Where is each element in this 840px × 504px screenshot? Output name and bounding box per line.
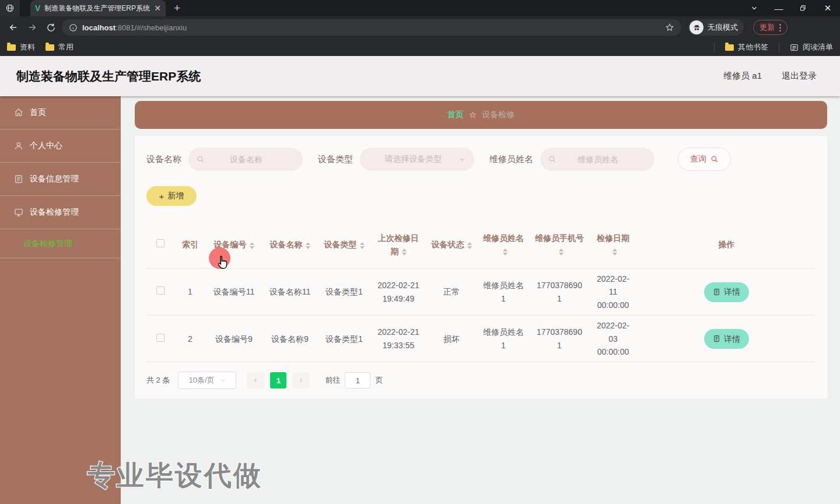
reading-list[interactable]: 阅读清单 xyxy=(790,42,833,52)
query-label: 查询 xyxy=(690,154,706,164)
reading-list-icon xyxy=(790,43,799,52)
prev-page-button[interactable] xyxy=(247,372,264,388)
cell-device-code: 设备编号9 xyxy=(206,329,262,349)
device-name-input[interactable] xyxy=(208,155,284,164)
sidebar-item-home[interactable]: 首页 xyxy=(0,96,121,130)
select-all-cell xyxy=(146,235,174,254)
sort-icon xyxy=(467,242,472,249)
current-user: 维修员 a1 xyxy=(723,71,762,82)
col-status[interactable]: 设备状态 xyxy=(426,235,477,254)
next-page-button[interactable] xyxy=(292,372,310,388)
chevron-down-icon xyxy=(219,377,226,384)
other-bookmarks[interactable]: 其他书签 xyxy=(725,42,768,52)
tabstrip-chevron-icon[interactable] xyxy=(742,0,766,16)
divider xyxy=(714,43,715,52)
cell-status: 正常 xyxy=(426,282,477,302)
hand-cursor-icon xyxy=(215,255,230,270)
window-close-button[interactable]: ✕ xyxy=(816,0,840,16)
goto-page-input[interactable] xyxy=(345,372,370,388)
device-type-select[interactable]: 请选择设备类型 xyxy=(360,148,474,171)
add-button[interactable]: + 新增 xyxy=(146,186,197,206)
cell-phone: 17703786901 xyxy=(530,275,589,309)
bookmark-folder-ziliao[interactable]: 资料 xyxy=(7,42,35,52)
cell-last-date: 2022-02-21 19:49:49 xyxy=(370,275,426,309)
search-icon xyxy=(710,155,719,163)
browser-menu-icon[interactable] xyxy=(779,24,781,32)
col-phone[interactable]: 维修员手机号 xyxy=(530,228,589,261)
detail-label: 详情 xyxy=(724,285,740,298)
device-name-input-wrap xyxy=(188,148,303,171)
cell-date: 2022-02-03 00:00:00 xyxy=(589,316,638,362)
sidebar-item-label: 首页 xyxy=(30,107,46,118)
page-size-select[interactable]: 10条/页 xyxy=(178,372,236,389)
detail-button[interactable]: 详情 xyxy=(704,329,749,349)
col-worker[interactable]: 维修员姓名 xyxy=(477,228,530,261)
col-device-type[interactable]: 设备类型 xyxy=(318,235,370,254)
sidebar-item-device-info[interactable]: 设备信息管理 xyxy=(0,163,121,196)
col-last-date[interactable]: 上次检修日期 xyxy=(370,228,426,261)
breadcrumb-home[interactable]: 首页 xyxy=(447,110,464,120)
new-tab-button[interactable]: + xyxy=(174,2,180,15)
sort-icon xyxy=(503,249,508,256)
app-title: 制造装备物联及生产管理ERP系统 xyxy=(16,68,201,85)
col-index: 索引 xyxy=(174,235,206,254)
site-info-icon[interactable] xyxy=(69,23,78,32)
browser-tab[interactable]: V 制造装备物联及生产管理ERP系统 ✕ xyxy=(30,0,166,16)
cell-index: 1 xyxy=(174,282,206,302)
cell-device-name: 设备名称11 xyxy=(262,282,318,302)
incognito-label: 无痕模式 xyxy=(708,22,738,33)
window-restore-button[interactable] xyxy=(791,0,816,16)
reading-list-label: 阅读清单 xyxy=(803,42,833,52)
table-row: 2 设备编号9 设备名称9 设备类型1 2022-02-21 19:33:55 … xyxy=(146,316,816,362)
table-row: 1 设备编号11 设备名称11 设备类型1 2022-02-21 19:49:4… xyxy=(146,269,816,316)
document-icon xyxy=(14,174,23,184)
logout-button[interactable]: 退出登录 xyxy=(782,71,817,82)
worker-name-input[interactable] xyxy=(560,155,636,164)
folder-icon xyxy=(725,44,734,51)
screen: V 制造装备物联及生产管理ERP系统 ✕ + — ✕ localhost: xyxy=(0,0,840,504)
folder-icon xyxy=(46,44,54,51)
sort-icon xyxy=(360,242,365,249)
chevron-right-icon xyxy=(298,377,304,384)
chevron-down-icon xyxy=(459,156,466,163)
col-date[interactable]: 检修日期 xyxy=(589,228,638,261)
reload-icon[interactable] xyxy=(43,20,58,35)
window-minimize-button[interactable]: — xyxy=(766,0,791,16)
sidebar-subitem-device-maintenance[interactable]: 设备检修管理 xyxy=(0,229,121,258)
app-header: 制造装备物联及生产管理ERP系统 维修员 a1 退出登录 xyxy=(0,56,840,96)
add-label: 新增 xyxy=(167,191,184,201)
select-all-checkbox[interactable] xyxy=(156,239,164,247)
main-content: 首页 ☆ 设备检修 设备名称 设备类型 请选择设备类型 xyxy=(121,96,840,504)
browser-toolbar: localhost:8081/#/shebeijianxiu 无痕模式 更新 xyxy=(0,16,840,38)
bookmarks-bar: 资料 常用 其他书签 阅读清单 xyxy=(0,38,840,56)
back-icon[interactable] xyxy=(6,20,21,35)
incognito-icon xyxy=(690,20,704,34)
cell-status: 损坏 xyxy=(426,329,477,349)
row-checkbox[interactable] xyxy=(156,286,164,295)
forward-icon[interactable] xyxy=(24,20,40,35)
tab-close-icon[interactable]: ✕ xyxy=(154,4,161,13)
query-button[interactable]: 查询 xyxy=(678,148,731,171)
vue-favicon-icon: V xyxy=(35,4,40,13)
sidebar-item-device-maintenance[interactable]: 设备检修管理 xyxy=(0,196,121,229)
col-device-name[interactable]: 设备名称 xyxy=(262,235,318,254)
current-page-button[interactable]: 1 xyxy=(270,372,286,388)
globe-icon[interactable] xyxy=(0,0,20,16)
other-bookmarks-label: 其他书签 xyxy=(738,42,768,52)
sidebar-item-label: 设备检修管理 xyxy=(30,207,79,218)
divider xyxy=(779,43,779,52)
detail-button[interactable]: 详情 xyxy=(704,282,749,302)
row-checkbox[interactable] xyxy=(156,334,164,342)
sidebar: 首页 个人中心 设备信息管理 设备检修管理 设备检 xyxy=(0,96,121,504)
goto-label: 前往 xyxy=(325,375,340,386)
folder-icon xyxy=(7,44,16,51)
address-bar[interactable]: localhost:8081/#/shebeijianxiu xyxy=(62,19,681,36)
sidebar-subitem-label: 设备检修管理 xyxy=(23,239,72,249)
update-button[interactable]: 更新 xyxy=(753,20,788,35)
bookmark-label: 常用 xyxy=(58,42,74,52)
sidebar-item-profile[interactable]: 个人中心 xyxy=(0,130,121,163)
pagination-total: 共 2 条 xyxy=(146,375,170,386)
bookmark-star-icon[interactable] xyxy=(665,23,674,32)
bookmark-folder-changyong[interactable]: 常用 xyxy=(46,42,74,52)
device-type-label: 设备类型 xyxy=(318,154,353,165)
